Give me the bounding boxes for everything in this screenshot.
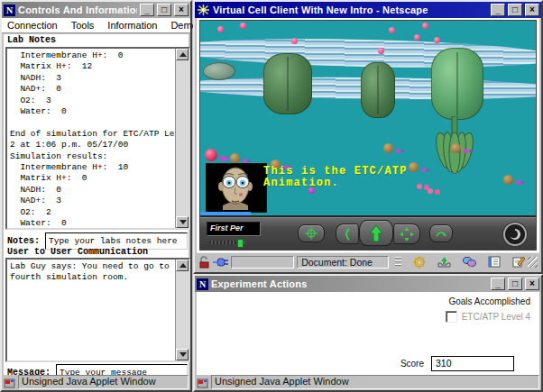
browser-titlebar[interactable]: Virtual Cell Client With New Intro - Net… xyxy=(195,2,541,18)
inbox-icon[interactable] xyxy=(437,256,451,268)
experiment-titlebar[interactable]: N Experiment Actions _ □ × xyxy=(195,276,541,292)
menu-tools[interactable]: Tools xyxy=(71,20,95,31)
pan-button[interactable] xyxy=(393,223,420,244)
atp-synthase-head xyxy=(431,48,483,120)
navigator-icon[interactable] xyxy=(413,256,426,269)
address-book-icon[interactable] xyxy=(488,256,501,268)
etc-complex-1 xyxy=(263,53,312,114)
vrml-viewport[interactable]: This is the ETC/ATP Animation. First Per xyxy=(199,20,537,251)
proton-particle xyxy=(240,23,246,29)
close-button[interactable]: × xyxy=(174,4,189,16)
etc-complex-2 xyxy=(361,62,395,118)
molecule-nadh xyxy=(383,143,393,153)
composer-icon[interactable] xyxy=(512,256,525,268)
controls-status-bar: Unsigned Java Applet Window xyxy=(3,375,189,389)
slide-button[interactable] xyxy=(336,223,359,244)
molecule-pink-pair xyxy=(428,188,433,194)
java-warning-icon xyxy=(197,377,209,388)
browser-window-title: Virtual Cell Client With New Intro - Net… xyxy=(213,5,488,15)
proton-particle xyxy=(389,27,395,33)
scroll-up-icon[interactable] xyxy=(176,260,189,271)
molecule-nadh xyxy=(503,175,513,185)
tilt-button[interactable] xyxy=(429,224,453,242)
java-warning-icon xyxy=(4,377,16,388)
browser-window: Virtual Cell Client With New Intro - Net… xyxy=(193,0,543,274)
lab-notes-textarea[interactable]: Intermembrane H+: 0 Matrix H+: 12 NADH: … xyxy=(5,47,190,230)
proton-particle xyxy=(434,37,440,43)
maximize-button[interactable]: □ xyxy=(508,278,522,290)
minimize-button[interactable]: _ xyxy=(491,278,505,290)
score-field[interactable]: 310 xyxy=(431,356,514,371)
score-row: Score 310 xyxy=(400,356,514,371)
comm-textarea[interactable]: Lab Guy says: You need to go to the four… xyxy=(5,258,190,362)
minimize-button[interactable]: _ xyxy=(140,4,154,16)
proton-particle xyxy=(378,48,384,54)
scroll-down-icon[interactable] xyxy=(176,349,189,360)
controls-body: Lab Notes Intermembrane H+: 0 Matrix H+:… xyxy=(4,34,189,375)
controls-window: N Controls And Information _ □ × Connect… xyxy=(0,0,192,392)
netscape-n-icon: N xyxy=(197,278,208,290)
browser-status-bar: Document: Done xyxy=(197,252,539,270)
proton-particle xyxy=(291,38,298,44)
scroll-down-icon[interactable] xyxy=(176,216,189,228)
resize-grip[interactable] xyxy=(528,257,538,268)
scroll-up-icon[interactable] xyxy=(176,49,189,60)
security-lock-icon[interactable] xyxy=(198,256,209,269)
molecule-red xyxy=(205,149,217,161)
menu-connection[interactable]: Connection xyxy=(7,20,58,31)
unsigned-applet-status: Unsigned Java Applet Window xyxy=(18,375,189,389)
lab-notes-scrollbar[interactable] xyxy=(175,49,189,228)
molecule-nadh xyxy=(451,143,461,153)
component-bar-grip[interactable] xyxy=(395,257,401,268)
controls-menubar: Connection Tools Information Demo xyxy=(2,18,190,33)
discussions-icon[interactable] xyxy=(463,256,476,268)
comm-text: Lab Guy says: You need to go to the four… xyxy=(10,261,174,359)
comm-header: User to User Communication xyxy=(7,247,148,257)
controls-titlebar[interactable]: N Controls And Information _ □ × xyxy=(2,2,190,18)
molecule-pink-pair xyxy=(417,184,422,189)
progress-bar xyxy=(231,256,294,269)
document-status: Document: Done xyxy=(297,256,389,269)
lab-notes-text: Intermembrane H+: 0 Matrix H+: 12 NADH: … xyxy=(10,50,174,226)
seek-button[interactable] xyxy=(298,224,325,242)
minimize-button[interactable]: _ xyxy=(491,4,505,16)
plugin-icon[interactable] xyxy=(212,257,228,268)
go-button[interactable] xyxy=(359,220,393,246)
maximize-button[interactable]: □ xyxy=(157,4,171,16)
slider-thumb[interactable] xyxy=(237,239,244,248)
controls-window-title: Controls And Information xyxy=(18,5,137,15)
experiment-window-title: Experiment Actions xyxy=(211,278,488,289)
cosmo-player-dashboard: First Per xyxy=(200,215,536,250)
menu-information[interactable]: Information xyxy=(107,20,157,31)
goal-checkbox[interactable] xyxy=(446,311,457,323)
close-button[interactable]: × xyxy=(525,278,539,290)
viewpoint-display[interactable]: First Per xyxy=(207,222,261,236)
goal-row: ETC/ATP Level 4 xyxy=(446,311,530,323)
maximize-button[interactable]: □ xyxy=(508,4,522,16)
proton-particle xyxy=(414,34,420,41)
experiment-status-bar: Unsigned Java Applet Window xyxy=(196,375,540,389)
comm-scrollbar[interactable] xyxy=(175,260,189,360)
component-bar xyxy=(413,256,525,269)
close-button[interactable]: × xyxy=(525,4,539,16)
proton-particle xyxy=(217,26,224,32)
lab-guy-avatar xyxy=(206,163,267,213)
proton-particle xyxy=(422,23,428,29)
notes-label: Notes: xyxy=(7,236,40,246)
membrane-protein-small xyxy=(203,62,235,80)
goal-checkbox-label: ETC/ATP Level 4 xyxy=(462,312,530,322)
vrml-scene[interactable]: This is the ETC/ATP Animation. xyxy=(200,21,536,217)
scene-caption: This is the ETC/ATP Animation. xyxy=(263,166,408,189)
cosmo-logo xyxy=(503,223,527,246)
viewpoint-slider[interactable] xyxy=(209,241,245,244)
molecule-nadh xyxy=(409,162,419,172)
netscape-meteor-icon xyxy=(197,4,210,16)
lab-notes-label: Lab Notes xyxy=(7,35,56,45)
goals-header: Goals Accomplished xyxy=(448,296,530,306)
molecule-nadh xyxy=(230,153,240,163)
netscape-n-icon: N xyxy=(4,5,15,16)
unsigned-applet-status: Unsigned Java Applet Window xyxy=(211,375,539,389)
browser-body: This is the ETC/ATP Animation. First Per xyxy=(197,18,539,252)
desktop: N Controls And Information _ □ × Connect… xyxy=(0,0,543,392)
caption-line-2: Animation. xyxy=(263,178,408,189)
